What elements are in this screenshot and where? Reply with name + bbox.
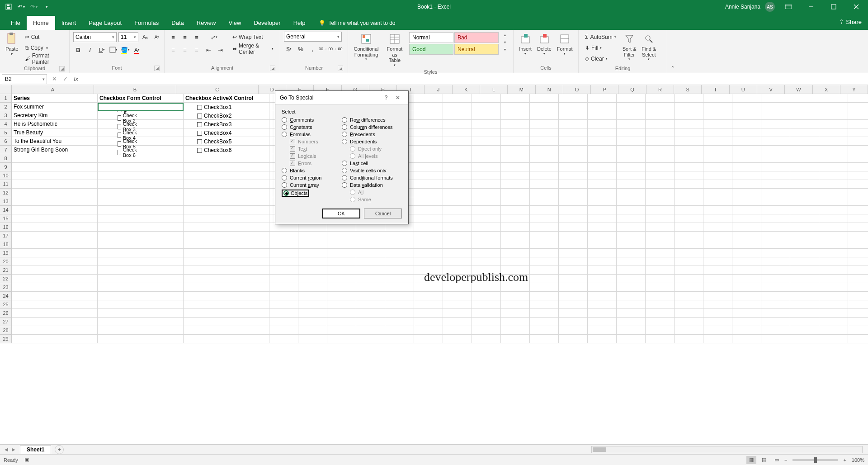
cell[interactable] (414, 257, 443, 266)
cell[interactable] (12, 189, 98, 197)
cell[interactable] (646, 103, 675, 111)
cell[interactable] (646, 128, 675, 137)
cell[interactable] (501, 180, 530, 189)
cell[interactable] (443, 257, 472, 266)
cell[interactable] (848, 240, 868, 249)
cell[interactable] (703, 257, 732, 266)
column-header[interactable]: O (563, 85, 591, 94)
cell[interactable] (184, 197, 269, 206)
cell[interactable] (559, 232, 588, 240)
column-header[interactable]: A (12, 85, 94, 94)
cell[interactable] (646, 300, 675, 309)
styles-up-icon[interactable]: ▴ (502, 32, 508, 38)
cell[interactable] (414, 111, 443, 120)
cell[interactable] (443, 137, 472, 146)
cell[interactable] (761, 111, 790, 120)
cell[interactable] (414, 163, 443, 171)
cell[interactable] (732, 197, 761, 206)
cell[interactable] (675, 171, 703, 180)
user-name[interactable]: Annie Sanjana (725, 4, 760, 10)
cell[interactable] (732, 94, 761, 103)
cell[interactable] (588, 223, 617, 232)
cell[interactable] (732, 240, 761, 249)
cell[interactable] (98, 128, 184, 137)
activex-checkbox[interactable]: CheckBox6 (197, 147, 231, 153)
cell[interactable] (559, 300, 588, 309)
cell[interactable] (472, 197, 501, 206)
cell[interactable] (703, 300, 732, 309)
cell[interactable] (675, 257, 703, 266)
cell[interactable] (530, 154, 559, 163)
tab-home[interactable]: Home (27, 16, 55, 30)
comma-icon[interactable]: , (307, 44, 317, 54)
activex-checkbox[interactable]: CheckBox1 (197, 104, 231, 110)
cell[interactable] (12, 154, 98, 163)
new-sheet-button[interactable]: + (55, 445, 64, 454)
cell[interactable] (819, 146, 848, 154)
cell[interactable] (761, 137, 790, 146)
cell[interactable] (184, 283, 269, 292)
cell[interactable] (559, 223, 588, 232)
cell[interactable] (559, 154, 588, 163)
column-header[interactable]: V (757, 85, 785, 94)
cell[interactable] (848, 232, 868, 240)
column-header[interactable]: S (674, 85, 702, 94)
cell[interactable] (298, 257, 327, 266)
activex-checkbox[interactable]: CheckBox5 (197, 138, 231, 145)
macro-record-icon[interactable]: ▣ (24, 457, 29, 463)
column-header[interactable]: X (813, 85, 840, 94)
cell[interactable] (530, 275, 559, 283)
cell[interactable] (327, 326, 356, 335)
tab-insert[interactable]: Insert (55, 16, 83, 30)
cell[interactable] (530, 163, 559, 171)
cell[interactable] (298, 292, 327, 300)
cell[interactable] (703, 180, 732, 189)
cell[interactable] (675, 94, 703, 103)
cell[interactable] (703, 128, 732, 137)
cell[interactable] (588, 335, 617, 343)
cell[interactable] (501, 189, 530, 197)
zoom-in-icon[interactable]: + (843, 457, 846, 463)
cell[interactable] (819, 214, 848, 223)
cell[interactable] (269, 309, 298, 318)
cell[interactable] (848, 120, 868, 128)
cell[interactable] (617, 154, 646, 163)
column-header[interactable]: K (453, 85, 480, 94)
cell[interactable]: True Beauty (12, 128, 98, 137)
cell[interactable] (98, 240, 184, 249)
cell[interactable] (327, 292, 356, 300)
cell[interactable] (501, 232, 530, 240)
cell[interactable] (790, 163, 819, 171)
cell[interactable] (12, 300, 98, 309)
cell[interactable] (819, 292, 848, 300)
cell[interactable] (443, 154, 472, 163)
cell[interactable] (443, 103, 472, 111)
cell[interactable] (675, 335, 703, 343)
cell[interactable] (472, 223, 501, 232)
option-precedents[interactable]: Precedents (342, 132, 402, 137)
cell[interactable] (501, 300, 530, 309)
cell[interactable] (703, 326, 732, 335)
cell[interactable] (414, 94, 443, 103)
cell[interactable] (414, 240, 443, 249)
cell[interactable] (184, 154, 269, 163)
cell[interactable] (98, 154, 184, 163)
cell[interactable] (472, 180, 501, 189)
cell[interactable] (646, 257, 675, 266)
cell[interactable] (819, 249, 848, 257)
cell[interactable] (559, 335, 588, 343)
cell[interactable] (761, 266, 790, 275)
cell[interactable] (385, 318, 414, 326)
cell[interactable] (848, 94, 868, 103)
cell[interactable] (646, 232, 675, 240)
cell[interactable] (559, 163, 588, 171)
row-header[interactable]: 6 (0, 137, 12, 146)
delete-cells-button[interactable]: Delete▾ (535, 32, 553, 57)
column-header[interactable]: U (730, 85, 757, 94)
cell[interactable] (472, 163, 501, 171)
cell[interactable] (298, 249, 327, 257)
cell[interactable] (732, 257, 761, 266)
cell[interactable] (588, 283, 617, 292)
cell[interactable] (819, 309, 848, 318)
cell[interactable] (98, 232, 184, 240)
